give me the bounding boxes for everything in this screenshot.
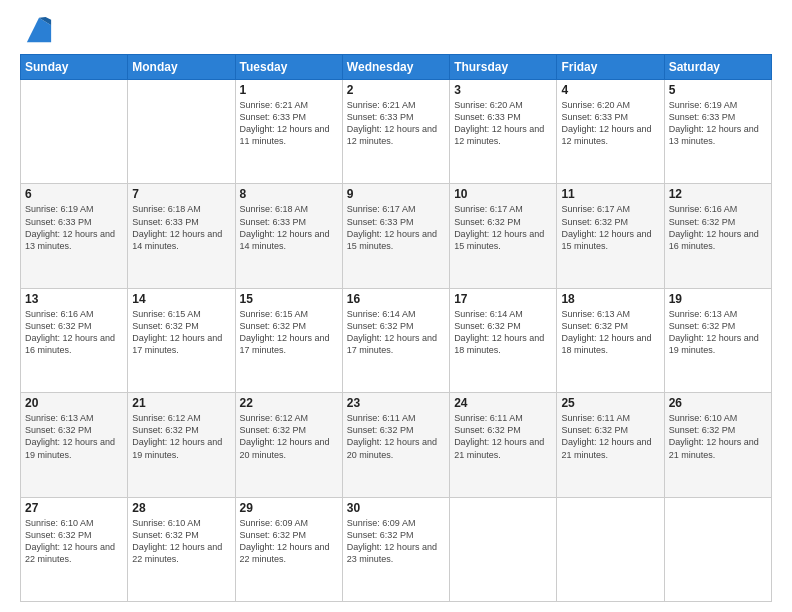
calendar-cell: 4Sunrise: 6:20 AM Sunset: 6:33 PM Daylig… bbox=[557, 80, 664, 184]
day-number: 25 bbox=[561, 396, 659, 410]
calendar-header-row: SundayMondayTuesdayWednesdayThursdayFrid… bbox=[21, 55, 772, 80]
day-info: Sunrise: 6:20 AM Sunset: 6:33 PM Dayligh… bbox=[454, 99, 552, 148]
calendar-cell: 11Sunrise: 6:17 AM Sunset: 6:32 PM Dayli… bbox=[557, 184, 664, 288]
calendar-cell: 9Sunrise: 6:17 AM Sunset: 6:33 PM Daylig… bbox=[342, 184, 449, 288]
calendar-cell: 25Sunrise: 6:11 AM Sunset: 6:32 PM Dayli… bbox=[557, 393, 664, 497]
day-number: 23 bbox=[347, 396, 445, 410]
day-number: 21 bbox=[132, 396, 230, 410]
calendar-cell: 13Sunrise: 6:16 AM Sunset: 6:32 PM Dayli… bbox=[21, 288, 128, 392]
calendar-cell: 28Sunrise: 6:10 AM Sunset: 6:32 PM Dayli… bbox=[128, 497, 235, 601]
day-info: Sunrise: 6:09 AM Sunset: 6:32 PM Dayligh… bbox=[347, 517, 445, 566]
day-number: 8 bbox=[240, 187, 338, 201]
calendar-cell: 1Sunrise: 6:21 AM Sunset: 6:33 PM Daylig… bbox=[235, 80, 342, 184]
calendar-cell: 15Sunrise: 6:15 AM Sunset: 6:32 PM Dayli… bbox=[235, 288, 342, 392]
day-info: Sunrise: 6:11 AM Sunset: 6:32 PM Dayligh… bbox=[347, 412, 445, 461]
day-info: Sunrise: 6:14 AM Sunset: 6:32 PM Dayligh… bbox=[454, 308, 552, 357]
calendar-cell: 19Sunrise: 6:13 AM Sunset: 6:32 PM Dayli… bbox=[664, 288, 771, 392]
day-number: 20 bbox=[25, 396, 123, 410]
day-info: Sunrise: 6:14 AM Sunset: 6:32 PM Dayligh… bbox=[347, 308, 445, 357]
day-info: Sunrise: 6:15 AM Sunset: 6:32 PM Dayligh… bbox=[240, 308, 338, 357]
day-info: Sunrise: 6:19 AM Sunset: 6:33 PM Dayligh… bbox=[25, 203, 123, 252]
calendar-cell: 10Sunrise: 6:17 AM Sunset: 6:32 PM Dayli… bbox=[450, 184, 557, 288]
day-info: Sunrise: 6:10 AM Sunset: 6:32 PM Dayligh… bbox=[669, 412, 767, 461]
calendar-cell: 18Sunrise: 6:13 AM Sunset: 6:32 PM Dayli… bbox=[557, 288, 664, 392]
day-info: Sunrise: 6:19 AM Sunset: 6:33 PM Dayligh… bbox=[669, 99, 767, 148]
day-info: Sunrise: 6:15 AM Sunset: 6:32 PM Dayligh… bbox=[132, 308, 230, 357]
day-number: 29 bbox=[240, 501, 338, 515]
calendar-header-cell: Friday bbox=[557, 55, 664, 80]
calendar-cell: 6Sunrise: 6:19 AM Sunset: 6:33 PM Daylig… bbox=[21, 184, 128, 288]
calendar-cell: 17Sunrise: 6:14 AM Sunset: 6:32 PM Dayli… bbox=[450, 288, 557, 392]
day-number: 1 bbox=[240, 83, 338, 97]
day-number: 17 bbox=[454, 292, 552, 306]
day-info: Sunrise: 6:21 AM Sunset: 6:33 PM Dayligh… bbox=[347, 99, 445, 148]
day-info: Sunrise: 6:18 AM Sunset: 6:33 PM Dayligh… bbox=[132, 203, 230, 252]
day-info: Sunrise: 6:13 AM Sunset: 6:32 PM Dayligh… bbox=[25, 412, 123, 461]
calendar-header-cell: Monday bbox=[128, 55, 235, 80]
calendar-cell: 12Sunrise: 6:16 AM Sunset: 6:32 PM Dayli… bbox=[664, 184, 771, 288]
calendar-week-row: 27Sunrise: 6:10 AM Sunset: 6:32 PM Dayli… bbox=[21, 497, 772, 601]
day-info: Sunrise: 6:20 AM Sunset: 6:33 PM Dayligh… bbox=[561, 99, 659, 148]
calendar-cell: 30Sunrise: 6:09 AM Sunset: 6:32 PM Dayli… bbox=[342, 497, 449, 601]
calendar-cell: 20Sunrise: 6:13 AM Sunset: 6:32 PM Dayli… bbox=[21, 393, 128, 497]
calendar-week-row: 13Sunrise: 6:16 AM Sunset: 6:32 PM Dayli… bbox=[21, 288, 772, 392]
day-info: Sunrise: 6:18 AM Sunset: 6:33 PM Dayligh… bbox=[240, 203, 338, 252]
calendar-header-cell: Sunday bbox=[21, 55, 128, 80]
day-info: Sunrise: 6:10 AM Sunset: 6:32 PM Dayligh… bbox=[132, 517, 230, 566]
day-number: 18 bbox=[561, 292, 659, 306]
day-info: Sunrise: 6:16 AM Sunset: 6:32 PM Dayligh… bbox=[669, 203, 767, 252]
logo-icon bbox=[25, 16, 53, 44]
calendar-cell: 16Sunrise: 6:14 AM Sunset: 6:32 PM Dayli… bbox=[342, 288, 449, 392]
calendar-cell: 3Sunrise: 6:20 AM Sunset: 6:33 PM Daylig… bbox=[450, 80, 557, 184]
calendar-cell: 14Sunrise: 6:15 AM Sunset: 6:32 PM Dayli… bbox=[128, 288, 235, 392]
day-info: Sunrise: 6:10 AM Sunset: 6:32 PM Dayligh… bbox=[25, 517, 123, 566]
day-number: 22 bbox=[240, 396, 338, 410]
day-number: 12 bbox=[669, 187, 767, 201]
day-number: 19 bbox=[669, 292, 767, 306]
calendar-header-cell: Thursday bbox=[450, 55, 557, 80]
calendar-cell bbox=[450, 497, 557, 601]
day-number: 3 bbox=[454, 83, 552, 97]
calendar-cell: 23Sunrise: 6:11 AM Sunset: 6:32 PM Dayli… bbox=[342, 393, 449, 497]
day-number: 10 bbox=[454, 187, 552, 201]
day-number: 4 bbox=[561, 83, 659, 97]
day-number: 13 bbox=[25, 292, 123, 306]
calendar-cell: 5Sunrise: 6:19 AM Sunset: 6:33 PM Daylig… bbox=[664, 80, 771, 184]
calendar-cell: 7Sunrise: 6:18 AM Sunset: 6:33 PM Daylig… bbox=[128, 184, 235, 288]
calendar-week-row: 20Sunrise: 6:13 AM Sunset: 6:32 PM Dayli… bbox=[21, 393, 772, 497]
day-number: 6 bbox=[25, 187, 123, 201]
calendar-header-cell: Saturday bbox=[664, 55, 771, 80]
day-info: Sunrise: 6:13 AM Sunset: 6:32 PM Dayligh… bbox=[669, 308, 767, 357]
calendar-cell: 21Sunrise: 6:12 AM Sunset: 6:32 PM Dayli… bbox=[128, 393, 235, 497]
day-number: 16 bbox=[347, 292, 445, 306]
day-info: Sunrise: 6:21 AM Sunset: 6:33 PM Dayligh… bbox=[240, 99, 338, 148]
calendar-week-row: 1Sunrise: 6:21 AM Sunset: 6:33 PM Daylig… bbox=[21, 80, 772, 184]
day-number: 11 bbox=[561, 187, 659, 201]
calendar-cell: 2Sunrise: 6:21 AM Sunset: 6:33 PM Daylig… bbox=[342, 80, 449, 184]
calendar-cell: 26Sunrise: 6:10 AM Sunset: 6:32 PM Dayli… bbox=[664, 393, 771, 497]
day-number: 2 bbox=[347, 83, 445, 97]
day-info: Sunrise: 6:12 AM Sunset: 6:32 PM Dayligh… bbox=[240, 412, 338, 461]
day-info: Sunrise: 6:17 AM Sunset: 6:33 PM Dayligh… bbox=[347, 203, 445, 252]
logo bbox=[20, 16, 53, 44]
calendar-cell: 24Sunrise: 6:11 AM Sunset: 6:32 PM Dayli… bbox=[450, 393, 557, 497]
calendar-body: 1Sunrise: 6:21 AM Sunset: 6:33 PM Daylig… bbox=[21, 80, 772, 602]
calendar-cell bbox=[128, 80, 235, 184]
day-info: Sunrise: 6:13 AM Sunset: 6:32 PM Dayligh… bbox=[561, 308, 659, 357]
header bbox=[20, 16, 772, 44]
day-number: 5 bbox=[669, 83, 767, 97]
calendar-cell: 8Sunrise: 6:18 AM Sunset: 6:33 PM Daylig… bbox=[235, 184, 342, 288]
calendar-cell bbox=[557, 497, 664, 601]
day-number: 28 bbox=[132, 501, 230, 515]
calendar-cell bbox=[21, 80, 128, 184]
day-number: 14 bbox=[132, 292, 230, 306]
page: SundayMondayTuesdayWednesdayThursdayFrid… bbox=[0, 0, 792, 612]
calendar-header-cell: Wednesday bbox=[342, 55, 449, 80]
day-number: 26 bbox=[669, 396, 767, 410]
day-info: Sunrise: 6:11 AM Sunset: 6:32 PM Dayligh… bbox=[454, 412, 552, 461]
day-info: Sunrise: 6:09 AM Sunset: 6:32 PM Dayligh… bbox=[240, 517, 338, 566]
calendar-cell: 29Sunrise: 6:09 AM Sunset: 6:32 PM Dayli… bbox=[235, 497, 342, 601]
day-info: Sunrise: 6:12 AM Sunset: 6:32 PM Dayligh… bbox=[132, 412, 230, 461]
day-info: Sunrise: 6:16 AM Sunset: 6:32 PM Dayligh… bbox=[25, 308, 123, 357]
day-number: 27 bbox=[25, 501, 123, 515]
